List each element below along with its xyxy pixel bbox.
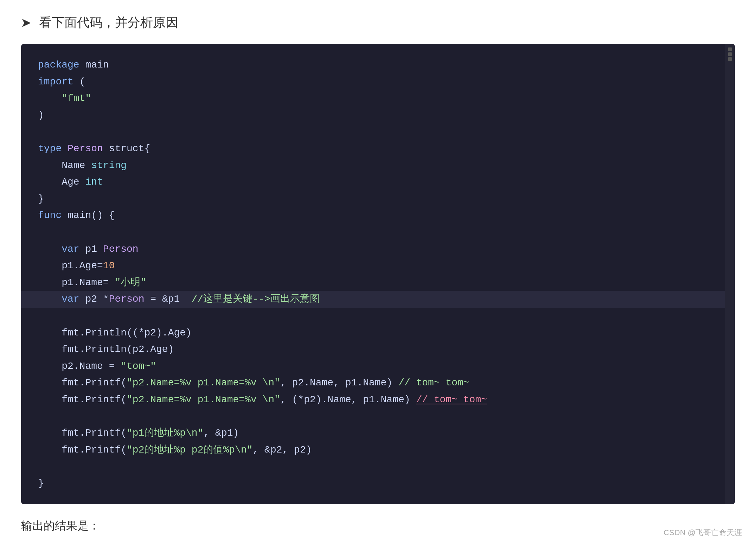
heading-text: 看下面代码，并分析原因 <box>39 14 178 31</box>
code-line-9: } <box>38 191 718 207</box>
code-line-12: var p1 Person <box>38 241 718 258</box>
code-line-2: import ( <box>38 73 718 90</box>
code-line-4: ) <box>38 107 718 124</box>
code-line-7: Name string <box>38 157 718 174</box>
code-line-24: fmt.Printf("p2的地址%p p2的值%p\n", &p2, p2) <box>38 442 718 459</box>
heading-row: ➤ 看下面代码，并分析原因 <box>21 14 735 31</box>
code-line-13: p1.Age=10 <box>38 257 718 274</box>
code-line-20: fmt.Printf("p2.Name=%v p1.Name=%v \n", p… <box>38 374 718 391</box>
sidebar-dot-3 <box>728 57 732 61</box>
code-line-21: fmt.Printf("p2.Name=%v p1.Name=%v \n", (… <box>38 391 718 408</box>
csdn-watermark: CSDN @飞哥亡命天涯 <box>664 527 742 538</box>
code-line-1: package main <box>38 57 718 73</box>
code-line-15: var p2 *Person = &p1 //这里是关键-->画出示意图 <box>21 291 735 308</box>
code-line-blank4 <box>38 408 718 425</box>
code-block: package main import ( "fmt" ) type Perso… <box>21 44 735 504</box>
code-line-blank2 <box>38 224 718 241</box>
code-line-17: fmt.Println((*p2).Age) <box>38 325 718 341</box>
code-line-14: p1.Name= "小明" <box>38 274 718 291</box>
code-line-blank5 <box>38 458 718 475</box>
code-line-3: "fmt" <box>38 90 718 107</box>
code-line-18: fmt.Println(p2.Age) <box>38 341 718 358</box>
sidebar-dot-2 <box>728 52 732 56</box>
code-line-19: p2.Name = "tom~" <box>38 358 718 375</box>
code-line-23: fmt.Printf("p1的地址%p\n", &p1) <box>38 425 718 442</box>
arrow-icon: ➤ <box>21 16 31 30</box>
sidebar-indicator <box>725 44 735 504</box>
sidebar-dot-1 <box>728 47 732 51</box>
code-line-6: type Person struct{ <box>38 140 718 157</box>
code-line-26: } <box>38 475 718 492</box>
code-line-10: func main() { <box>38 207 718 224</box>
code-line-blank3 <box>38 308 718 325</box>
code-line-8: Age int <box>38 174 718 191</box>
code-line-blank1 <box>38 123 718 140</box>
output-label: 输出的结果是： <box>21 518 735 534</box>
